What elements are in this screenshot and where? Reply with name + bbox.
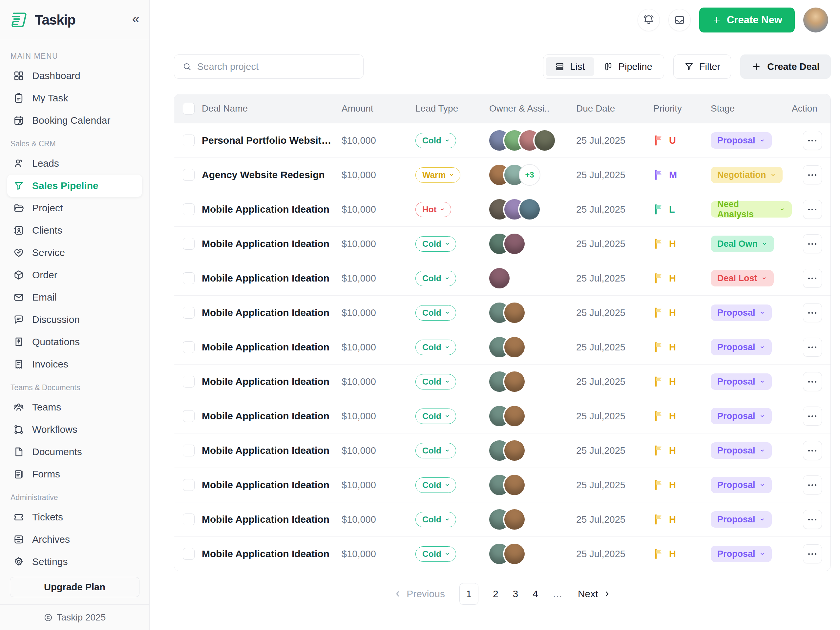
pagination-page-3[interactable]: 3 (513, 588, 518, 600)
lead-type-badge[interactable]: Cold (415, 305, 456, 321)
row-actions-button[interactable] (803, 544, 822, 564)
row-actions-button[interactable] (803, 407, 822, 426)
stage-badge[interactable]: Proposal (711, 408, 772, 424)
clients-icon (13, 225, 24, 236)
row-actions-button[interactable] (803, 441, 822, 460)
view-list-tab[interactable]: List (546, 57, 594, 76)
row-actions-button[interactable] (803, 200, 822, 219)
lead-type-badge[interactable]: Cold (415, 271, 456, 286)
user-avatar[interactable] (803, 8, 828, 33)
sidebar-item-forms[interactable]: Forms (7, 463, 142, 485)
create-new-button[interactable]: Create New (699, 8, 795, 33)
lead-type-badge[interactable]: Cold (415, 339, 456, 355)
inbox-icon (674, 14, 685, 26)
sidebar-item-discussion[interactable]: Discussion (7, 308, 142, 331)
due-date: 25 Jul,2025 (576, 204, 653, 215)
sidebar-collapse-button[interactable]: « (132, 12, 139, 28)
sidebar-item-settings[interactable]: Settings (7, 551, 142, 572)
row-actions-button[interactable] (803, 338, 822, 357)
row-checkbox[interactable] (183, 307, 194, 319)
search-input[interactable] (197, 62, 355, 72)
lead-type-badge[interactable]: Cold (415, 374, 456, 390)
search-box (174, 54, 363, 79)
pagination-page-4[interactable]: 4 (532, 588, 538, 600)
sidebar-item-service[interactable]: Service (7, 242, 142, 264)
row-actions-button[interactable] (803, 269, 822, 288)
row-checkbox[interactable] (183, 134, 194, 146)
sidebar-item-dashboard[interactable]: Dashboard (7, 65, 142, 87)
lead-type-badge[interactable]: Cold (415, 133, 456, 148)
stage-badge[interactable]: Deal Own (711, 235, 774, 252)
row-checkbox[interactable] (183, 238, 194, 250)
sidebar-item-quotations[interactable]: Quotations (7, 331, 142, 353)
pagination-previous-button[interactable]: Previous (393, 588, 445, 600)
sidebar-item-my-task[interactable]: My Task (7, 87, 142, 109)
view-list-label: List (570, 62, 585, 72)
row-actions-button[interactable] (803, 165, 822, 185)
row-actions-button[interactable] (803, 131, 822, 150)
stage-badge[interactable]: Proposal (711, 132, 772, 148)
lead-type-badge[interactable]: Cold (415, 512, 456, 527)
stage-badge[interactable]: Deal Lost (711, 270, 774, 286)
filter-button[interactable]: Filter (673, 54, 731, 79)
row-checkbox[interactable] (183, 169, 194, 181)
view-pipeline-tab[interactable]: Pipeline (594, 57, 662, 76)
notifications-button[interactable] (638, 9, 660, 31)
pagination-ellipsis[interactable]: … (553, 588, 564, 600)
stage-badge[interactable]: Proposal (711, 305, 772, 321)
sidebar-item-workflows[interactable]: Workflows (7, 418, 142, 441)
create-deal-button[interactable]: Create Deal (740, 54, 831, 79)
sidebar-item-leads[interactable]: Leads (7, 152, 142, 175)
pagination-next-button[interactable]: Next (578, 588, 611, 600)
row-actions-button[interactable] (803, 510, 822, 529)
sidebar-item-booking-calendar[interactable]: Booking Calendar (7, 109, 142, 131)
stage-badge[interactable]: Proposal (711, 373, 772, 390)
stage-badge[interactable]: Proposal (711, 477, 772, 493)
row-checkbox[interactable] (183, 445, 194, 456)
sidebar-item-sales-pipeline[interactable]: Sales Pipeline (7, 175, 142, 197)
stage-badge[interactable]: Proposal (711, 442, 772, 459)
lead-type-badge[interactable]: Cold (415, 477, 456, 493)
sidebar-item-tickets[interactable]: Tickets (7, 506, 142, 528)
row-checkbox[interactable] (183, 376, 194, 387)
sidebar-item-teams[interactable]: Teams (7, 396, 142, 418)
row-actions-button[interactable] (803, 303, 822, 322)
lead-type-badge[interactable]: Warm (415, 167, 460, 183)
sidebar-item-project[interactable]: Project (7, 197, 142, 219)
stage-badge[interactable]: Proposal (711, 511, 772, 527)
upgrade-plan-button[interactable]: Upgrade Plan (10, 577, 139, 597)
row-checkbox[interactable] (183, 548, 194, 560)
lead-type-badge[interactable]: Cold (415, 546, 456, 562)
row-checkbox[interactable] (183, 410, 194, 422)
pagination-page-2[interactable]: 2 (493, 588, 499, 600)
lead-type-badge[interactable]: Cold (415, 409, 456, 424)
pagination-page-1[interactable]: 1 (459, 583, 478, 605)
owner-avatars (489, 268, 576, 289)
stage-badge[interactable]: Proposal (711, 546, 772, 562)
row-checkbox[interactable] (183, 479, 194, 491)
sidebar-item-email[interactable]: Email (7, 286, 142, 308)
row-checkbox[interactable] (183, 272, 194, 284)
row-checkbox[interactable] (183, 204, 194, 215)
sidebar-item-archives[interactable]: Archives (7, 528, 142, 551)
stage-badge[interactable]: Proposal (711, 339, 772, 355)
lead-type-badge[interactable]: Cold (415, 236, 456, 252)
stage-badge[interactable]: Need Analysis (711, 201, 792, 218)
lead-type-badge[interactable]: Hot (415, 202, 451, 217)
owner-avatar (504, 371, 525, 392)
stage-badge[interactable]: Negotiation (711, 167, 783, 183)
row-actions-button[interactable] (803, 234, 822, 253)
select-all-checkbox[interactable] (183, 103, 194, 115)
sidebar-item-clients[interactable]: Clients (7, 219, 142, 242)
sidebar-item-invoices[interactable]: Invoices (7, 353, 142, 375)
sidebar-item-documents[interactable]: Documents (7, 441, 142, 463)
sidebar-item-order[interactable]: Order (7, 264, 142, 286)
row-checkbox[interactable] (183, 341, 194, 353)
row-actions-button[interactable] (803, 372, 822, 391)
row-actions-button[interactable] (803, 475, 822, 494)
lead-type-badge[interactable]: Cold (415, 443, 456, 458)
inbox-button[interactable] (668, 9, 691, 31)
service-icon (13, 247, 24, 258)
chevron-down-icon (759, 379, 765, 385)
row-checkbox[interactable] (183, 513, 194, 525)
